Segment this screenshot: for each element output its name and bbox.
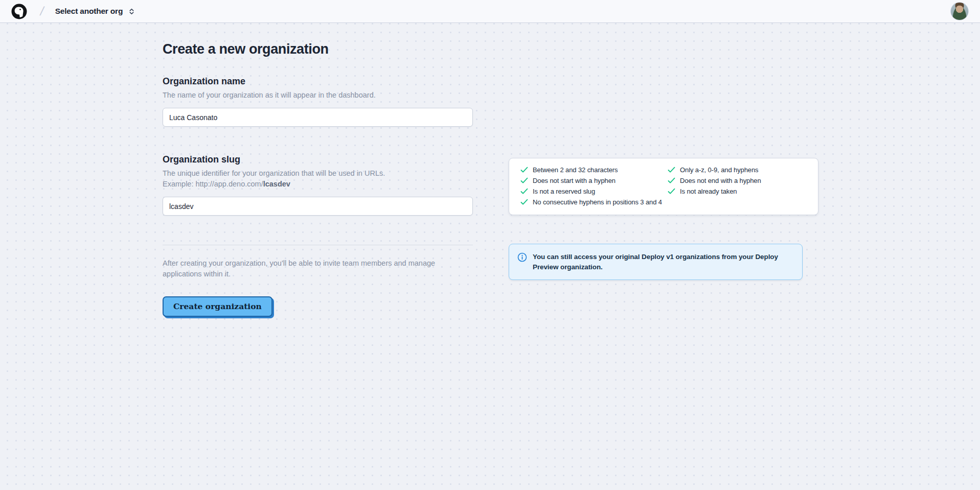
page-background: Create a new organization Organization n… [0, 23, 980, 490]
check-icon [668, 167, 675, 173]
form-divider [163, 245, 473, 245]
check-icon [668, 188, 675, 195]
validation-rule: Between 2 and 32 characters [520, 166, 668, 174]
validation-rule-text: Is not already taken [680, 188, 737, 195]
validation-rule-text: Only a-z, 0-9, and hyphens [680, 166, 759, 174]
validation-rule-text: Does not start with a hyphen [533, 177, 616, 184]
page-title: Create a new organization [163, 41, 473, 57]
org-slug-example: Example: http://app.deno.com/lcasdev [163, 179, 473, 190]
org-slug-description: The unique identifier for your organizat… [163, 168, 473, 179]
check-icon [520, 167, 528, 173]
org-name-input[interactable] [163, 108, 473, 127]
deno-logo-icon [11, 4, 27, 19]
validation-rule-text: No consecutive hyphens in positions 3 an… [533, 198, 662, 206]
main-content: Create a new organization Organization n… [0, 23, 980, 317]
validation-rule: Does not start with a hyphen [520, 177, 668, 184]
form-footer-note: After creating your organization, you'll… [163, 258, 459, 279]
org-switcher-button[interactable]: Select another org [55, 7, 136, 16]
org-switcher-label: Select another org [55, 7, 123, 16]
check-icon [520, 188, 528, 195]
validation-rule-text: Between 2 and 32 characters [533, 166, 618, 174]
validation-rule: Is not already taken [668, 188, 807, 195]
breadcrumb-slash: / [39, 4, 45, 18]
user-avatar[interactable] [950, 2, 969, 20]
right-column: Between 2 and 32 characters Only a-z, 0-… [509, 41, 818, 317]
create-org-form: Create a new organization Organization n… [163, 41, 473, 317]
example-slug-value: lcasdev [263, 180, 290, 188]
validation-rule-text: Does not end with a hyphen [680, 177, 761, 184]
top-navigation-bar: / Select another org [0, 0, 980, 23]
deno-logo[interactable] [11, 4, 27, 19]
deploy-v1-notice: You can still access your original Deplo… [509, 244, 803, 280]
validation-rule: Is not a reserved slug [520, 188, 668, 195]
check-icon [520, 177, 528, 184]
validation-rule: Does not end with a hyphen [668, 177, 807, 184]
org-slug-input[interactable] [163, 197, 473, 216]
org-name-label: Organization name [163, 76, 473, 87]
chevron-updown-icon [128, 8, 135, 15]
org-name-section: Organization name The name of your organ… [163, 76, 473, 127]
info-icon [517, 252, 527, 262]
org-slug-label: Organization slug [163, 154, 473, 165]
check-icon [520, 199, 528, 205]
org-name-description: The name of your organization as it will… [163, 90, 473, 101]
check-icon [668, 177, 675, 184]
validation-rule-text: Is not a reserved slug [533, 188, 595, 195]
org-slug-section: Organization slug The unique identifier … [163, 154, 473, 216]
validation-rule: Only a-z, 0-9, and hyphens [668, 166, 807, 174]
create-organization-button[interactable]: Create organization [163, 296, 272, 317]
notice-text: You can still access your original Deplo… [533, 252, 791, 272]
slug-validation-card: Between 2 and 32 characters Only a-z, 0-… [509, 158, 818, 215]
example-prefix: Example: http://app.deno.com/ [163, 180, 263, 188]
validation-rule: No consecutive hyphens in positions 3 an… [520, 198, 807, 206]
